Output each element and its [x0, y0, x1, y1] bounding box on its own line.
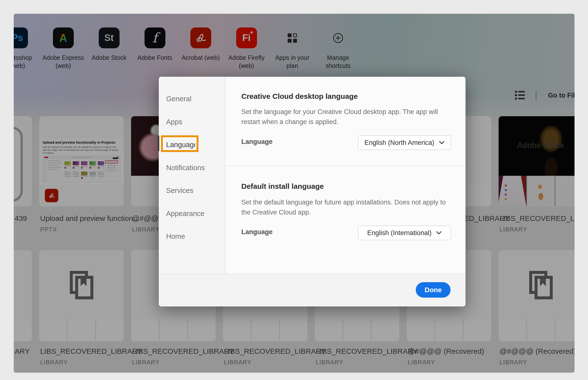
chevron-down-icon	[439, 141, 445, 145]
preferences-content: Creative Cloud desktop language Set the …	[226, 77, 465, 274]
language-field-label: Language	[241, 138, 273, 146]
section-desc-install-language: Set the default language for future app …	[241, 197, 447, 217]
sidebar-scrollbar-thumb[interactable]	[158, 135, 159, 151]
section-title-install-language: Default install language	[241, 182, 324, 190]
preferences-tab-general[interactable]: General	[166, 94, 191, 104]
language-highlight-annotation	[161, 135, 198, 152]
install-language-field-label: Language	[241, 228, 273, 236]
preferences-tab-home[interactable]: Home	[166, 231, 185, 241]
preferences-nav: GeneralAppsLanguageNotificationsServices…	[159, 77, 225, 274]
install-language-value: English (International)	[367, 229, 432, 237]
desktop-language-dropdown[interactable]: English (North America)	[358, 135, 451, 150]
preferences-tab-services[interactable]: Services	[166, 186, 193, 195]
dialog-footer: Done	[159, 274, 465, 306]
section-desc-desktop-language: Set the language for your Creative Cloud…	[241, 107, 447, 127]
desktop-language-value: English (North America)	[364, 139, 434, 147]
section-title-desktop-language: Creative Cloud desktop language	[241, 92, 358, 100]
section-divider	[226, 166, 465, 166]
preferences-tab-appearance[interactable]: Appearance	[166, 209, 204, 218]
preferences-tab-notifications[interactable]: Notifications	[166, 163, 205, 172]
install-language-dropdown[interactable]: English (International)	[358, 226, 451, 240]
chevron-down-icon	[436, 231, 442, 235]
preferences-dialog: GeneralAppsLanguageNotificationsServices…	[159, 77, 465, 306]
done-button[interactable]: Done	[416, 282, 451, 298]
creative-cloud-window: PsPhotoshop (web)AAdobe Express (web)StA…	[14, 14, 574, 373]
preferences-tab-apps[interactable]: Apps	[166, 117, 182, 127]
